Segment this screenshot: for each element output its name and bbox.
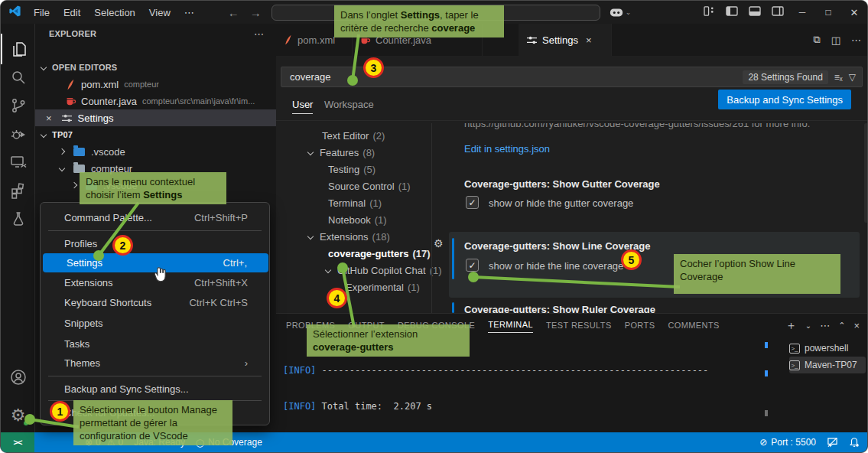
scope-tab-workspace[interactable]: Workspace	[324, 99, 374, 110]
maximize-button[interactable]: □	[815, 1, 841, 24]
toc-notebook[interactable]: Notebook(1)	[328, 211, 387, 228]
setting-title-line-coverage: Coverage-gutters: Show Line Coverage	[464, 240, 650, 252]
backup-sync-settings-button[interactable]: Backup and Sync Settings	[718, 90, 851, 109]
customize-layout-icon[interactable]	[704, 6, 715, 18]
menu-file[interactable]: File	[27, 7, 57, 18]
tree-item-vscode[interactable]: .vscode	[35, 143, 276, 160]
menu-edit[interactable]: Edit	[57, 7, 87, 18]
new-terminal-icon[interactable]: ＋	[785, 318, 797, 333]
toc-github-copilot-chat[interactable]: GitHub Copilot Chat(1)	[326, 262, 442, 279]
filter-settings-icon[interactable]: ▽	[849, 72, 856, 83]
menu-item-snippets[interactable]: Snippets	[41, 314, 269, 333]
modified-indicator	[452, 302, 454, 313]
toggle-sidebar-icon[interactable]	[726, 6, 738, 18]
terminal-decoration	[765, 410, 768, 416]
split-editor-icon[interactable]: ◫	[831, 34, 840, 46]
menu-item-command-palette[interactable]: Command Palette...Ctrl+Shift+P	[41, 208, 269, 227]
scope-tab-user[interactable]: User	[292, 99, 313, 114]
notifications-bell-icon[interactable]	[849, 437, 860, 448]
panel-tab-comments[interactable]: COMMENTS	[668, 321, 719, 333]
open-editor-name: Counter.java	[81, 96, 137, 107]
explorer-more-icon[interactable]: ⋯	[254, 28, 264, 40]
panel-more-actions-icon[interactable]: ⋯	[820, 320, 830, 331]
terminal-tab-powershell[interactable]: >_ powershell	[789, 340, 866, 357]
extensions-icon[interactable]	[1, 175, 35, 206]
setting-gear-icon[interactable]: ⚙	[434, 237, 444, 249]
panel-tab-test-results[interactable]: TEST RESULTS	[546, 321, 612, 333]
feedback-icon[interactable]	[827, 437, 838, 448]
terminal-line: [INFO] Total time: 2.207 s	[283, 401, 708, 413]
copilot-icon[interactable]: ⌄	[610, 7, 632, 18]
terminal-tab-maven[interactable]: >_ Maven-TP07	[789, 357, 866, 373]
editor-more-actions-icon[interactable]: ⋯	[851, 34, 861, 46]
java-file-icon	[66, 96, 76, 106]
terminal-decoration	[765, 370, 768, 376]
manage-gear-icon[interactable]: ⚙	[1, 400, 35, 431]
open-settings-json-icon[interactable]: ⧉	[813, 34, 820, 46]
checkbox-show-line-coverage[interactable]: ✓	[466, 259, 479, 272]
port-status[interactable]: ⊘ Port : 5500	[759, 437, 816, 448]
results-count-badge: 28 Settings Found	[743, 70, 827, 84]
toc-terminal[interactable]: Terminal(1)	[328, 194, 382, 211]
toc-text-editor[interactable]: Text Editor(2)	[322, 127, 385, 144]
toggle-panel-icon[interactable]	[749, 6, 761, 18]
scrollbar[interactable]	[864, 123, 868, 223]
nav-back-icon[interactable]: ←	[223, 6, 245, 19]
edit-in-settings-json-link[interactable]: Edit in settings.json	[464, 143, 550, 155]
close-panel-icon[interactable]: ×	[853, 320, 860, 331]
open-editor-name: Settings	[78, 112, 114, 124]
menu-selection[interactable]: Selection	[87, 7, 141, 18]
menu-item-themes[interactable]: Themes›	[41, 354, 269, 373]
run-and-debug-icon[interactable]	[1, 119, 35, 149]
menu-item-keyboard-shortcuts[interactable]: Keyboard ShortcutsCtrl+K Ctrl+S	[41, 293, 269, 312]
remote-indicator[interactable]: ><	[1, 432, 34, 452]
open-editor-counter[interactable]: Counter.java compteur\src\main\java\fr\i…	[35, 93, 276, 109]
toc-features[interactable]: Features(8)	[308, 144, 375, 161]
truncated-description: https://github.com/ryanluker/vscode-cove…	[464, 123, 831, 130]
source-control-icon[interactable]	[1, 90, 35, 121]
chevron-down-icon[interactable]	[41, 132, 47, 138]
menu-item-tasks[interactable]: Tasks	[41, 334, 269, 354]
toc-experimental[interactable]: Experimental(1)	[346, 279, 420, 295]
close-button[interactable]: ✕	[841, 1, 867, 24]
toc-source-control[interactable]: Source Control(1)	[328, 178, 411, 194]
toc-extensions[interactable]: Extensions(18)	[308, 228, 390, 245]
chevron-down-icon[interactable]	[41, 64, 47, 70]
settings-sliders-icon	[61, 113, 73, 123]
port-icon: ⊘	[759, 437, 767, 448]
menu-view[interactable]: View	[142, 7, 177, 18]
terminal-dropdown-icon[interactable]: ⌄	[805, 321, 811, 330]
tab-settings[interactable]: Settings ×	[519, 24, 612, 56]
tab-label: Settings	[542, 34, 578, 46]
menu-item-profiles[interactable]: Profiles	[41, 234, 269, 253]
checkbox-show-gutter-coverage[interactable]: ✓	[466, 196, 479, 209]
search-icon[interactable]	[1, 62, 35, 93]
accounts-icon[interactable]	[1, 362, 35, 393]
workspace-header[interactable]: TP07	[52, 130, 73, 139]
open-editor-settings[interactable]: × Settings	[35, 109, 276, 126]
close-editor-icon[interactable]: ×	[46, 112, 52, 124]
nav-forward-icon[interactable]: →	[245, 6, 267, 19]
mouse-cursor	[152, 266, 169, 286]
minimize-button[interactable]: ─	[789, 1, 815, 24]
clear-settings-search-icon[interactable]: ≡ₓ	[834, 72, 843, 83]
testing-icon[interactable]	[1, 204, 35, 234]
open-editors-header[interactable]: OPEN EDITORS	[52, 63, 117, 72]
setting-title-gutter-coverage: Coverage-gutters: Show Gutter Coverage	[464, 178, 660, 190]
panel-tab-terminal[interactable]: TERMINAL	[488, 320, 533, 333]
maximize-panel-icon[interactable]: ⌃	[838, 321, 845, 331]
setting-title-ruler-coverage: Coverage-gutters: Show Ruler Coverage	[464, 304, 655, 313]
setting-desc: show or hide the gutter coverage	[489, 197, 633, 209]
callout-3-search-coverage: Dans l’onglet Settings, taper le critère…	[334, 5, 504, 37]
open-editor-pom[interactable]: pom.xml compteur	[35, 76, 276, 93]
remote-explorer-icon[interactable]	[1, 147, 35, 178]
toc-testing[interactable]: Testing(5)	[328, 161, 375, 178]
panel-tab-ports[interactable]: PORTS	[625, 321, 655, 333]
terminal-icon: >_	[789, 344, 800, 354]
toggle-secondary-sidebar-icon[interactable]	[772, 6, 784, 18]
close-tab-icon[interactable]: ×	[586, 34, 592, 46]
menu-item-backup-sync[interactable]: Backup and Sync Settings...	[41, 380, 269, 399]
menu-more[interactable]: ⋯	[177, 7, 201, 18]
toc-coverage-gutters[interactable]: coverage-gutters(17)	[328, 245, 431, 262]
explorer-icon[interactable]	[1, 34, 35, 64]
